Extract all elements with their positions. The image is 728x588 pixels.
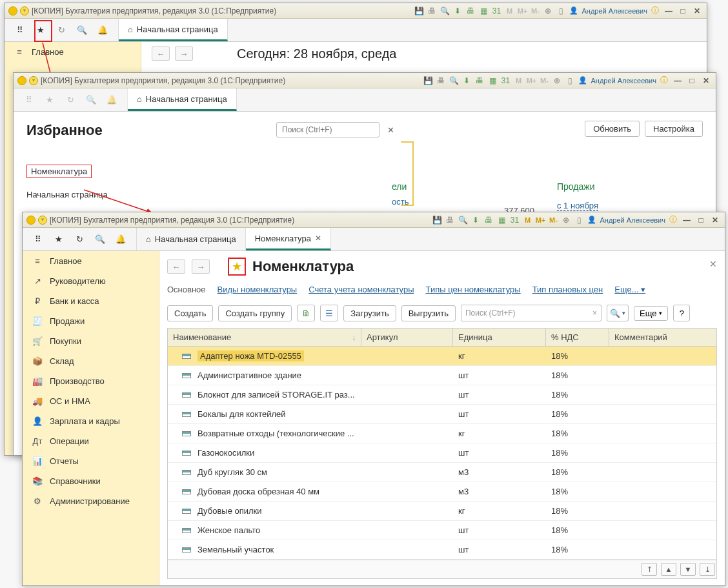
unload-button[interactable]: Выгрузить: [401, 305, 456, 321]
calendar31-icon[interactable]: 31: [491, 6, 501, 16]
grid-up-button[interactable]: ▲: [661, 563, 676, 576]
refresh-button[interactable]: Обновить: [585, 121, 640, 137]
nav-forward-button-1[interactable]: →: [175, 46, 193, 61]
print-icon-2[interactable]: 🖶: [436, 76, 446, 86]
dropdown-icon-3[interactable]: ▼: [38, 216, 47, 225]
nav-forward-button-3[interactable]: →: [192, 259, 210, 274]
zoom-in-icon-3[interactable]: ⊕: [561, 215, 571, 225]
grid-search-input[interactable]: Поиск (Ctrl+F) ×: [461, 305, 602, 321]
doc-down-icon-3[interactable]: ⬇: [470, 215, 481, 225]
calendar-icon-2[interactable]: ▦: [487, 76, 498, 86]
bell-icon[interactable]: 🔔: [96, 24, 109, 37]
calendar31-icon-3[interactable]: 31: [509, 215, 520, 225]
apps-icon-3[interactable]: ⠿: [32, 233, 45, 246]
sidebar-item-1[interactable]: ↗Руководителю: [23, 271, 159, 291]
info-icon-2[interactable]: ⓘ: [659, 76, 669, 86]
settings-button[interactable]: Настройка: [645, 121, 703, 137]
favorite-star-tile[interactable]: ★: [228, 258, 246, 276]
favorites-link-nomenclature[interactable]: Номенклатура: [26, 165, 92, 178]
col-vat[interactable]: % НДС: [546, 329, 609, 346]
panel-icon-3[interactable]: ▯: [574, 215, 584, 225]
breadcrumb-more[interactable]: Еще... ▾: [614, 285, 645, 294]
nav-back-button-3[interactable]: ←: [167, 259, 185, 274]
breadcrumb-accounts[interactable]: Счета учета номенклатуры: [308, 285, 414, 294]
sidebar-item-9[interactable]: ДтОперации: [23, 431, 159, 451]
col-unit[interactable]: Единица: [453, 329, 546, 346]
preview-icon[interactable]: 🔍: [440, 6, 450, 16]
close-button-2[interactable]: ✕: [700, 75, 712, 86]
sidebar-item-11[interactable]: 📚Справочники: [23, 471, 159, 491]
sales-since-link[interactable]: с 1 ноября: [557, 201, 598, 211]
minimize-button-3[interactable]: —: [681, 214, 693, 226]
username-2[interactable]: Андрей Алексеевич: [591, 77, 656, 85]
m-plus-icon[interactable]: M+: [517, 6, 527, 16]
breadcrumb-plan-price[interactable]: Тип плановых цен: [532, 285, 603, 294]
col-article[interactable]: Артикул: [361, 329, 453, 346]
m-minus-icon-2[interactable]: M-: [539, 76, 549, 86]
info-icon[interactable]: ⓘ: [650, 6, 660, 16]
load-button[interactable]: Загрузить: [343, 305, 396, 321]
sidebar-item-4[interactable]: 🛒Покупки: [23, 331, 159, 351]
history-icon-3[interactable]: ↻: [73, 233, 86, 246]
m-plus-icon-3[interactable]: M+: [535, 215, 545, 225]
tab-close-icon[interactable]: ✕: [315, 234, 321, 243]
history-icon-2[interactable]: ↻: [64, 94, 77, 106]
panel-icon[interactable]: ▯: [556, 6, 566, 16]
username-1[interactable]: Андрей Алексеевич: [581, 7, 647, 15]
sidebar-item-main-1[interactable]: ≡ Главное: [5, 42, 141, 62]
m-icon-3[interactable]: M: [522, 215, 532, 225]
maximize-button-1[interactable]: □: [677, 5, 689, 17]
copy-icon-button[interactable]: 🗎: [297, 305, 315, 321]
close-button-3[interactable]: ✕: [709, 214, 721, 226]
apps-icon[interactable]: ⠿: [14, 24, 26, 37]
table-row[interactable]: Женское пальто шт 18%: [168, 521, 716, 540]
breadcrumb-price-types[interactable]: Типы цен номенклатуры: [426, 285, 521, 294]
calendar-icon[interactable]: ▦: [478, 6, 489, 16]
grid-bottom-button[interactable]: ⤓: [700, 563, 715, 576]
table-row[interactable]: Возвратные отходы (технологические ... к…: [168, 424, 716, 443]
favorites-search-input[interactable]: [276, 122, 379, 137]
doc-down-icon-2[interactable]: ⬇: [461, 76, 472, 86]
sidebar-item-5[interactable]: 📦Склад: [23, 351, 159, 371]
doc-print-icon[interactable]: 🖶: [465, 6, 476, 16]
bell-icon-2[interactable]: 🔔: [105, 94, 118, 106]
search-dropdown-button[interactable]: 🔍▾: [607, 305, 629, 321]
list-icon-button[interactable]: ☰: [320, 305, 338, 321]
search-icon-3[interactable]: 🔍: [94, 233, 106, 246]
sidebar-item-0[interactable]: ≡Главное: [23, 251, 159, 271]
sidebar-item-3[interactable]: 🧾Продажи: [23, 311, 159, 331]
favorites-star-icon-3[interactable]: ★: [52, 233, 65, 246]
print-icon[interactable]: 🖶: [427, 6, 437, 16]
save-icon[interactable]: 💾: [414, 6, 424, 16]
col-name[interactable]: Наименование↓: [168, 329, 361, 346]
table-row[interactable]: Административное здание шт 18%: [168, 366, 716, 385]
sidebar-item-6[interactable]: 🏭Производство: [23, 371, 159, 391]
info-icon-3[interactable]: ⓘ: [668, 215, 678, 225]
m-icon[interactable]: M: [504, 6, 514, 16]
m-plus-icon-2[interactable]: M+: [526, 76, 536, 86]
dropdown-icon-2[interactable]: ▼: [29, 76, 38, 85]
table-row[interactable]: Дуб кругляк 30 см м3 18%: [168, 463, 716, 482]
tab-home-2[interactable]: ⌂ Начальная страница: [128, 88, 237, 111]
zoom-in-icon-2[interactable]: ⊕: [552, 76, 562, 86]
zoom-in-icon[interactable]: ⊕: [543, 6, 553, 16]
sidebar-item-7[interactable]: 🚚ОС и НМА: [23, 391, 159, 411]
create-group-button[interactable]: Создать группу: [218, 305, 292, 321]
sidebar-item-2[interactable]: ₽Банк и касса: [23, 291, 159, 311]
bell-icon-3[interactable]: 🔔: [114, 233, 127, 246]
table-row[interactable]: Адаптер ножа MTD-02555 кг 18%: [168, 347, 716, 366]
m-minus-icon-3[interactable]: M-: [548, 215, 558, 225]
save-icon-2[interactable]: 💾: [423, 76, 433, 86]
m-minus-icon[interactable]: M-: [530, 6, 540, 16]
tab-home-1[interactable]: ⌂ Начальная страница: [119, 19, 228, 41]
dropdown-icon[interactable]: ▼: [20, 6, 29, 15]
table-row[interactable]: Земельный участок шт 18%: [168, 540, 716, 560]
help-button[interactable]: ?: [673, 305, 690, 321]
save-icon-3[interactable]: 💾: [432, 215, 442, 225]
table-row[interactable]: Блокнот для записей STORAGE.IT раз... шт…: [168, 385, 716, 405]
sidebar-item-10[interactable]: 📊Отчеты: [23, 451, 159, 471]
maximize-button-3[interactable]: □: [695, 214, 707, 226]
calendar-icon-3[interactable]: ▦: [496, 215, 507, 225]
doc-down-icon[interactable]: ⬇: [452, 6, 463, 16]
print-icon-3[interactable]: 🖶: [445, 215, 455, 225]
